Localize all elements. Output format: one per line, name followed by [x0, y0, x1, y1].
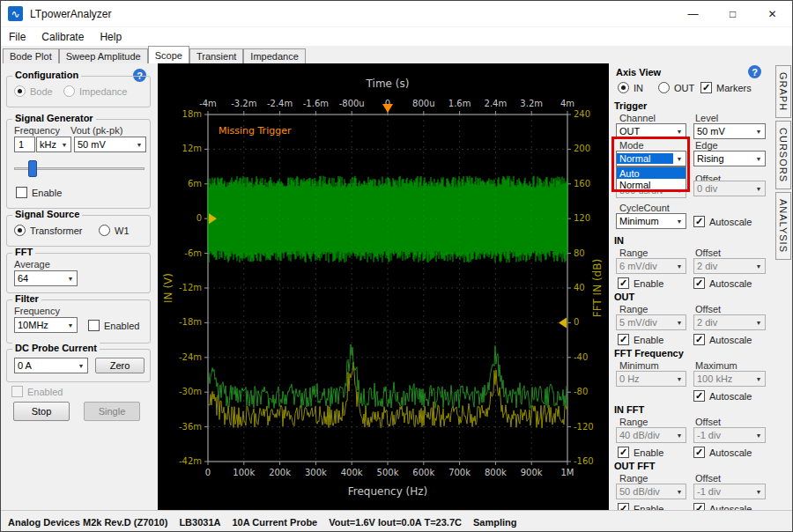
- svg-text:300k: 300k: [305, 468, 327, 477]
- out-autoscale-checkbox[interactable]: ✓ Autoscale: [693, 334, 752, 345]
- axis-out-label: OUT: [674, 83, 694, 93]
- svg-text:800k: 800k: [485, 468, 507, 477]
- checkbox-box: [11, 386, 23, 397]
- dc-probe-enabled-checkbox[interactable]: Enabled: [11, 386, 63, 397]
- axis-in-radio[interactable]: IN: [618, 82, 643, 93]
- filter-frequency-value: 10MHz: [15, 320, 64, 330]
- in-fft-offset-select[interactable]: -1 div ▼: [693, 427, 766, 443]
- svg-text:FFT IN (dB): FFT IN (dB): [591, 259, 604, 317]
- out-offset-value: 2 div: [694, 317, 752, 328]
- filter-enabled-checkbox[interactable]: Enabled: [88, 320, 139, 331]
- svg-text:18m: 18m: [182, 109, 202, 119]
- chevron-down-icon: ▼: [58, 137, 70, 151]
- side-tab-analysis[interactable]: ANALYSIS: [775, 192, 791, 260]
- side-tab-graph[interactable]: GRAPH: [775, 65, 791, 118]
- mode-option-auto[interactable]: Auto: [617, 167, 686, 179]
- filter-frequency-select[interactable]: 10MHz ▼: [14, 317, 78, 333]
- svg-text:Time (s): Time (s): [366, 78, 410, 90]
- tab-transient[interactable]: Transient: [189, 48, 243, 63]
- chevron-down-icon: ▼: [673, 372, 686, 386]
- fft-autoscale-checkbox[interactable]: ✓ Autoscale: [693, 390, 752, 402]
- in-fft-range-value: 40 dB/div: [617, 430, 673, 440]
- right-panel: Axis View ? IN OUT ✓ Markers Trigger Cha…: [609, 63, 773, 510]
- close-button[interactable]: ✕: [752, 1, 792, 26]
- frequency-input[interactable]: 1: [14, 137, 35, 152]
- trigger-channel-select[interactable]: OUT ▼: [616, 123, 686, 139]
- svg-text:200: 200: [574, 144, 590, 153]
- mode-option-normal[interactable]: Normal: [617, 179, 686, 190]
- out-fft-range-select[interactable]: 50 dB/div ▼: [616, 484, 686, 499]
- generator-enable-checkbox[interactable]: Enable: [16, 187, 62, 198]
- tab-sweep-amplitude[interactable]: Sweep Amplitude: [59, 48, 148, 63]
- in-offset-select[interactable]: 2 div ▼: [693, 258, 766, 274]
- minimize-button[interactable]: —: [673, 1, 713, 26]
- filter-group: Filter Frequency 10MHz ▼ Enabled: [6, 299, 151, 344]
- axis-in-label: IN: [634, 83, 643, 93]
- svg-text:160: 160: [574, 179, 590, 188]
- maximize-button[interactable]: □: [713, 1, 752, 26]
- frequency-unit-select[interactable]: kHz ▼: [36, 137, 71, 152]
- slider-thumb[interactable]: [28, 160, 37, 177]
- chevron-down-icon: ▼: [752, 259, 765, 273]
- bode-radio[interactable]: Bode: [14, 85, 53, 97]
- tab-bar: Bode Plot Sweep Amplitude Scope Transien…: [1, 46, 792, 63]
- in-fft-range-select[interactable]: 40 dB/div ▼: [616, 427, 686, 443]
- in-range-select[interactable]: 6 mV/div ▼: [616, 258, 686, 274]
- out-offset-select[interactable]: 2 div ▼: [693, 314, 766, 330]
- w1-radio[interactable]: W1: [99, 225, 130, 236]
- out-enable-label: Enable: [634, 335, 663, 345]
- axis-out-radio[interactable]: OUT: [658, 82, 694, 93]
- average-select[interactable]: 64 ▼: [14, 270, 78, 286]
- frequency-value: 1: [19, 139, 24, 150]
- dc-probe-current-select[interactable]: 0 A ▼: [14, 358, 88, 373]
- side-tab-cursors[interactable]: CURSORS: [775, 121, 791, 189]
- cyclecount-select[interactable]: Minimum ▼: [616, 213, 686, 229]
- in-fft-title: IN FFT: [614, 404, 644, 415]
- amplitude-slider[interactable]: [14, 160, 145, 178]
- impedance-radio[interactable]: Impedance: [63, 85, 127, 97]
- trigger-edge-select[interactable]: Rising ▼: [693, 151, 766, 166]
- svg-text:-2.4m: -2.4m: [267, 99, 293, 108]
- fft-minimum-select[interactable]: 0 Hz ▼: [616, 371, 686, 387]
- fft-minimum-label: Minimum: [619, 360, 659, 371]
- in-fft-enable-label: Enable: [634, 447, 663, 458]
- vout-select[interactable]: 50 mV ▼: [74, 137, 146, 152]
- tab-scope[interactable]: Scope: [148, 46, 189, 63]
- svg-text:-18m: -18m: [179, 317, 202, 327]
- tab-bode-plot[interactable]: Bode Plot: [3, 48, 59, 63]
- trigger-mode-select[interactable]: Normal ▼: [616, 151, 686, 166]
- trigger-autoscale-checkbox[interactable]: ✓ Autoscale: [693, 216, 752, 227]
- menu-file[interactable]: File: [1, 27, 33, 46]
- fft-maximum-select[interactable]: 100 kHz ▼: [693, 371, 766, 387]
- w1-radio-label: W1: [115, 225, 130, 236]
- dc-probe-title: DC Probe Current: [12, 343, 100, 353]
- svg-text:-80: -80: [574, 387, 588, 396]
- trigger-level-select[interactable]: 50 mV ▼: [693, 123, 766, 139]
- out-fft-offset-select[interactable]: -1 div ▼: [693, 484, 766, 499]
- trigger-title: Trigger: [614, 100, 647, 111]
- menu-help[interactable]: Help: [92, 27, 130, 46]
- trigger-offset-select[interactable]: 0 div ▼: [693, 181, 766, 196]
- menu-calibrate[interactable]: Calibrate: [33, 27, 92, 46]
- svg-text:0: 0: [574, 317, 579, 327]
- signal-generator-group: Signal Generator Frequency Vout (pk-pk) …: [6, 119, 151, 209]
- help-icon[interactable]: ?: [748, 65, 761, 78]
- checkbox-box: ✓: [693, 390, 705, 402]
- svg-text:0: 0: [196, 213, 202, 223]
- out-enable-checkbox[interactable]: ✓ Enable: [618, 334, 663, 345]
- zero-button[interactable]: Zero: [95, 358, 145, 373]
- stop-button[interactable]: Stop: [13, 402, 70, 421]
- svg-text:200k: 200k: [269, 468, 291, 477]
- out-range-select[interactable]: 5 mV/div ▼: [616, 314, 686, 330]
- markers-checkbox[interactable]: ✓ Markers: [700, 82, 752, 93]
- chevron-down-icon: ▼: [752, 151, 765, 166]
- single-button[interactable]: Single: [84, 402, 140, 421]
- transformer-radio[interactable]: Transformer: [14, 225, 83, 236]
- in-fft-enable-checkbox[interactable]: ✓ Enable: [618, 447, 663, 458]
- mode-dropdown-list: Auto Normal: [616, 166, 686, 191]
- tab-impedance[interactable]: Impedance: [243, 48, 305, 63]
- in-autoscale-checkbox[interactable]: ✓ Autoscale: [693, 277, 752, 289]
- in-enable-checkbox[interactable]: ✓ Enable: [618, 277, 663, 289]
- trigger-autoscale-label: Autoscale: [709, 217, 752, 227]
- in-fft-autoscale-checkbox[interactable]: ✓ Autoscale: [693, 447, 752, 458]
